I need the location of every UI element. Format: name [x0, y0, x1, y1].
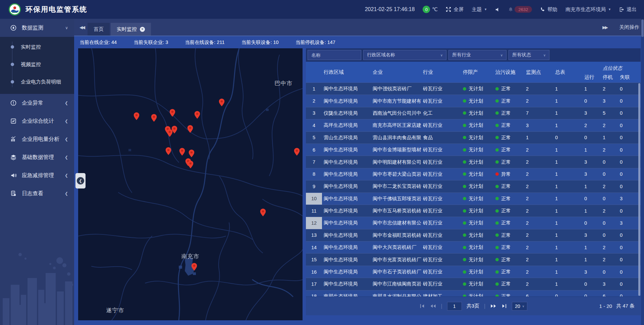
cell-company[interactable]: 阆中市金博瑞新型墙材 [373, 147, 423, 153]
tabs-scroll-left-button[interactable]: ◀◀ [76, 25, 88, 30]
table-row[interactable]: 2阆中生态环境局阆中市南方节能建材有砖瓦行业无计划正常21030 [306, 95, 641, 107]
window-scrollbar-thumb[interactable] [641, 19, 644, 37]
cell-company[interactable]: 阆中市五马桥页岩机砖 [373, 208, 423, 214]
sidebar-subitem[interactable]: 企业电力负荷明细 [0, 73, 74, 91]
table-row[interactable]: 18南部生态环境局南部县水泥制品有限公建材加工无计划正常60060 [306, 290, 641, 296]
map-pin-icon[interactable] [294, 148, 300, 156]
table-row[interactable]: 12阆中生态环境局阆中市忠信建材有限公砖瓦行业无计划正常21003 [306, 217, 641, 229]
map-pin-icon[interactable] [187, 125, 193, 133]
help-button[interactable]: 帮助 [540, 6, 557, 13]
table-row[interactable]: 9阆中生态环境局阆中市二龙长宝页岩砖砖瓦行业无计划正常21120 [306, 180, 641, 192]
cell-company[interactable]: 阆中市枣碧大梁山页岩 [373, 171, 423, 177]
cell-company[interactable]: 阆中强锐页岩砖厂 [373, 86, 423, 92]
table-row[interactable]: 5营山生态环境局营山县润丰肉食品有限食品无计划正常10010 [306, 131, 641, 144]
table-row[interactable]: 16阆中生态环境局阆中市石子页岩机砖厂砖瓦行业无计划正常21300 [306, 266, 641, 278]
map-pin-icon[interactable] [172, 126, 177, 133]
cell-company[interactable]: 阆中市光富页岩机砖厂 [373, 257, 423, 263]
previous-page-button[interactable] [430, 303, 436, 309]
region-filter-select[interactable]: 行政区域名称 ∨ [363, 50, 446, 60]
tabs-scroll-right-button[interactable]: ▶▶ [599, 25, 610, 30]
tab-首页[interactable]: 首页 [88, 23, 110, 36]
cell-company[interactable]: 阆中千佛镇五郎垭页岩 [373, 196, 423, 202]
cell-company[interactable]: 阆中市金福旺页岩机砖 [373, 232, 423, 238]
cell-company[interactable]: 阆中市石子页岩机砖厂 [373, 269, 423, 275]
map-pin-icon[interactable] [188, 161, 194, 168]
last-page-button[interactable] [501, 303, 507, 309]
cell-stopped-count: 2 [603, 257, 620, 262]
map-pin-icon[interactable] [165, 147, 171, 155]
sidebar-item-data-monitor[interactable]: 数据监测∨ [0, 19, 74, 37]
column-header-industry: 行业 [423, 62, 463, 83]
map-pin-icon[interactable] [169, 109, 175, 117]
cell-company[interactable]: 西南油气田分公司川中 [373, 110, 423, 116]
table-row[interactable]: 4高坪生态环境局南充市高坪区王家店建砖瓦行业无计划正常31220 [306, 119, 641, 131]
table-row[interactable]: 17阆中生态环境局阆中市江南镇阆南页岩砖瓦行业无计划正常21030 [306, 278, 641, 290]
window-scrollbar[interactable] [641, 19, 644, 325]
table-row[interactable]: 15阆中生态环境局阆中市光富页岩机砖厂砖瓦行业无计划正常21120 [306, 253, 641, 265]
sidebar-item-log-file[interactable]: 日志查看❮ [0, 184, 74, 203]
cell-company[interactable]: 营山县润丰肉食品有限 [373, 134, 423, 141]
map-collapse-button[interactable]: ❮ [75, 173, 86, 188]
table-row[interactable]: 13阆中生态环境局阆中市金福旺页岩机砖砖瓦行业无计划正常21300 [306, 229, 641, 241]
map-pin-icon[interactable] [133, 112, 139, 120]
sidebar-item-layers[interactable]: 基础数据管理❮ [0, 148, 74, 166]
cell-stopped-count: 0 [603, 220, 620, 226]
exit-button[interactable]: 退出 [619, 6, 637, 13]
tab-close-icon[interactable]: ✕ [140, 27, 145, 32]
sound-mute-button[interactable] [495, 7, 500, 12]
tab-实时监控[interactable]: 实时监控✕ [111, 23, 151, 36]
sidebar-subitem[interactable]: 视频监控 [0, 56, 74, 73]
sidebar-item-stats-box[interactable]: 企业综合统计❮ [0, 112, 74, 130]
org-dropdown[interactable]: 南充市生态环境局 ▼ [566, 6, 611, 13]
page-size-select[interactable]: 20 ∨ [512, 302, 527, 311]
cell-running-count: 1 [584, 147, 603, 153]
notifications-button[interactable]: 2632 [508, 6, 532, 13]
table-row[interactable]: 3仪陇生态环境局西南油气田分公司川中化工无计划正常71350 [306, 107, 641, 119]
map-pin-icon[interactable] [195, 111, 200, 119]
map-pin-icon[interactable] [191, 263, 197, 271]
cell-stopped-count: 5 [603, 110, 620, 116]
map-pin-icon[interactable] [219, 99, 225, 106]
next-page-button[interactable] [490, 303, 497, 309]
name-filter-input[interactable] [308, 50, 361, 60]
table-row[interactable]: 8阆中生态环境局阆中市枣碧大梁山页岩砖瓦行业无计划异常21300 [306, 168, 641, 180]
cell-company[interactable]: 阆中市二龙长宝页岩砖 [373, 183, 423, 189]
cell-company[interactable]: 阆中市南方节能建材有 [373, 98, 423, 104]
fullscreen-button[interactable]: 全屏 [446, 6, 464, 13]
industry-filter-select[interactable]: 所有行业 ∨ [448, 50, 506, 60]
theme-dropdown[interactable]: 主题 ▼ [472, 6, 487, 13]
cell-company[interactable]: 阆中市江南镇阆南页岩 [373, 281, 423, 287]
map-panel[interactable]: 巴中市南充市遂宁市 ❮ [78, 48, 303, 320]
cell-company[interactable]: 阆中大兴页岩机砖厂 [373, 244, 423, 251]
table-row[interactable]: 11阆中生态环境局阆中市五马桥页岩机砖砖瓦行业无计划正常21120 [306, 205, 641, 217]
cell-stopped-count: 0 [603, 196, 620, 201]
table-row[interactable]: 1阆中生态环境局阆中强锐页岩砖厂砖瓦行业无计划正常21120 [306, 83, 641, 95]
first-page-button[interactable] [419, 303, 425, 309]
map-pin-icon[interactable] [179, 148, 185, 156]
page-number-input[interactable] [447, 302, 462, 311]
map-pin-icon[interactable] [260, 209, 266, 216]
sidebar-item-alert-circle[interactable]: 企业异常❮ [0, 94, 74, 112]
table-row[interactable]: 7阆中生态环境局阆中明阳建材有限公司砖瓦行业无计划正常21300 [306, 156, 641, 168]
sidebar-item-megaphone[interactable]: 应急减排管理❮ [0, 166, 74, 184]
table-row[interactable]: 14阆中生态环境局阆中大兴页岩机砖厂砖瓦行业无计划正常21120 [306, 241, 641, 253]
tab-bar: ◀◀ 首页实时监控✕ ▶▶ 关闭操作 [74, 19, 644, 36]
total-count-label: 共 47 条 [616, 303, 635, 309]
cell-company[interactable]: 南充市高坪区王家店建 [373, 122, 423, 128]
cell-lost-count: 0 [620, 98, 641, 104]
cell-company[interactable]: 南部县水泥制品有限公 [373, 293, 423, 296]
table-row[interactable]: 10阆中生态环境局阆中千佛镇五郎垭页岩砖瓦行业无计划正常21003 [306, 193, 641, 205]
cell-monitor-points: 2 [526, 245, 555, 250]
close-operations-button[interactable]: 关闭操作 [619, 24, 639, 31]
sidebar-subitem[interactable]: 实时监控 [0, 38, 74, 56]
status-filter-select[interactable]: 所有状态 ∨ [508, 50, 549, 60]
status-dot-green [495, 87, 499, 91]
sidebar-item-bar-chart[interactable]: 企业用电量分析❮ [0, 130, 74, 148]
map-pin-icon[interactable] [151, 114, 157, 122]
cell-company[interactable]: 阆中明阳建材有限公司 [373, 159, 423, 165]
cell-company[interactable]: 阆中市忠信建材有限公 [373, 220, 423, 226]
table-scrollbar[interactable] [638, 83, 640, 296]
table-row[interactable]: 6阆中生态环境局阆中市金博瑞新型墙材砖瓦行业无计划正常21120 [306, 144, 641, 156]
cell-plan-status: 无计划 [463, 196, 495, 202]
map-pin-icon[interactable] [189, 150, 194, 157]
